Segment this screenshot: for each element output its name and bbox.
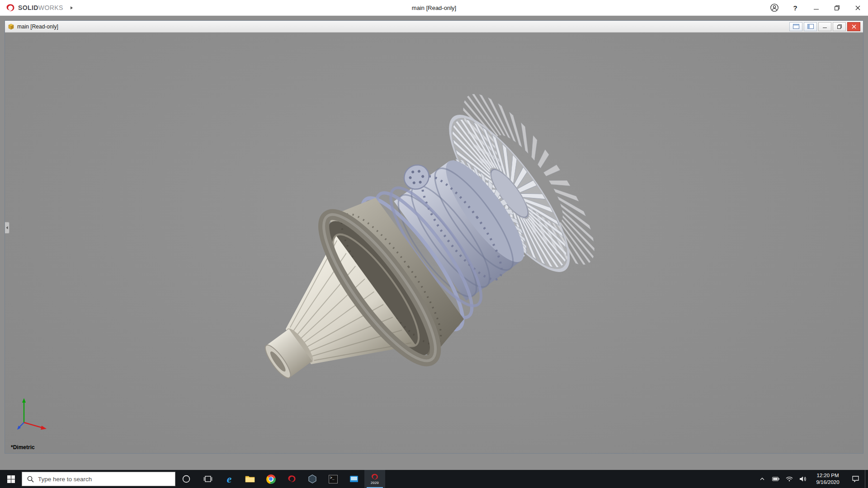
solidworks-app-glyph	[371, 473, 378, 481]
doc-restore-icon	[837, 24, 842, 29]
help-button[interactable]: ?	[785, 0, 806, 15]
close-button[interactable]	[847, 0, 868, 15]
doc-minimize-button[interactable]	[818, 22, 831, 31]
account-button[interactable]	[764, 0, 785, 15]
workspace-background: main [Read-only]	[0, 16, 868, 470]
battery-icon	[772, 477, 780, 481]
battery-button[interactable]	[769, 470, 783, 488]
tray-chevron-button[interactable]	[755, 470, 769, 488]
chrome-icon	[266, 474, 276, 484]
pane-split-icon	[793, 24, 799, 29]
doc-restore-button[interactable]	[833, 22, 846, 31]
app-titlebar: SOLIDWORKS main [Read-only] ?	[0, 0, 868, 16]
brand-bold: SOLID	[18, 4, 38, 11]
orientation-triad	[17, 396, 53, 435]
featuremanager-collapse-tab[interactable]	[5, 222, 9, 234]
restore-button[interactable]	[826, 0, 847, 15]
doc-close-icon	[852, 24, 856, 29]
network-wifi-icon	[786, 476, 793, 482]
flyout-arrow-icon	[70, 6, 73, 10]
account-icon	[770, 3, 779, 12]
blue-window-app-icon	[349, 474, 359, 483]
app-button-solidworks[interactable]: 2020	[364, 470, 385, 488]
screen: SOLIDWORKS main [Read-only] ?	[0, 0, 868, 488]
doc-minimize-icon	[823, 28, 827, 28]
x-axis	[24, 422, 47, 430]
menu-flyout-arrow[interactable]	[68, 0, 76, 15]
pane-side-icon	[807, 24, 814, 29]
document-window-controls	[789, 22, 862, 31]
app-title: main [Read-only]	[412, 0, 456, 15]
document-titlebar[interactable]: main [Read-only]	[5, 21, 863, 33]
network-button[interactable]	[783, 470, 796, 488]
chevron-up-icon	[760, 477, 765, 481]
app-button-file-explorer[interactable]	[240, 470, 260, 488]
system-tray: 12:20 PM 9/16/2020	[755, 470, 868, 488]
view-orientation-label: *Dimetric	[11, 444, 35, 450]
window-controls: ?	[764, 0, 868, 15]
cortana-icon	[182, 475, 190, 483]
close-icon	[855, 5, 860, 10]
app-button-hexagon[interactable]	[302, 470, 323, 488]
taskbar-clock[interactable]: 12:20 PM 9/16/2020	[810, 470, 846, 488]
windows-logo-icon	[7, 475, 15, 483]
document-window: main [Read-only]	[5, 20, 863, 454]
notification-icon	[852, 475, 859, 483]
document-title: main [Read-only]	[17, 23, 58, 30]
taskbar-search[interactable]	[22, 472, 175, 486]
search-input[interactable]	[38, 476, 170, 483]
clock-time: 12:20 PM	[816, 472, 839, 479]
solidworks-year-badge: 2020	[371, 481, 379, 485]
doc-close-button[interactable]	[847, 22, 860, 31]
volume-button[interactable]	[796, 470, 810, 488]
app-button-red-swirl[interactable]	[281, 470, 302, 488]
app-button-blue-window[interactable]	[344, 470, 364, 488]
volume-icon	[799, 476, 807, 482]
brand-light: WORKS	[38, 4, 63, 11]
app-button-cmd[interactable]: >_	[323, 470, 344, 488]
z-axis	[17, 422, 24, 430]
clock-date: 9/16/2020	[816, 479, 839, 486]
solidworks-logo-icon	[5, 3, 15, 13]
hexagon-app-icon	[308, 474, 317, 483]
taskbar: e >_	[0, 470, 868, 488]
app-button-chrome[interactable]	[260, 470, 281, 488]
start-button[interactable]	[0, 470, 22, 488]
cortana-button[interactable]	[175, 470, 197, 488]
show-desktop-button[interactable]	[865, 470, 868, 488]
edge-icon: e	[227, 474, 232, 484]
search-icon	[27, 476, 34, 483]
task-view-button[interactable]	[197, 470, 219, 488]
red-swirl-icon	[287, 474, 296, 483]
command-prompt-icon: >_	[329, 475, 338, 483]
minimize-icon	[814, 9, 819, 9]
collapse-arrow-icon	[6, 226, 8, 230]
restore-icon	[835, 5, 840, 10]
viewport-3d[interactable]: *Dimetric	[5, 33, 863, 453]
solidworks-logo[interactable]: SOLIDWORKS	[0, 0, 68, 15]
minimize-button[interactable]	[806, 0, 826, 15]
solidworks-taskbar-icon: 2020	[371, 473, 379, 485]
brand-text: SOLIDWORKS	[18, 4, 63, 11]
pane-toggle-button-1[interactable]	[789, 22, 802, 31]
action-center-button[interactable]	[846, 470, 865, 488]
task-view-icon	[203, 475, 212, 483]
jet-engine-model	[5, 33, 863, 453]
help-icon: ?	[793, 4, 797, 12]
y-axis	[22, 398, 26, 422]
file-explorer-icon	[245, 475, 255, 483]
assembly-doc-icon	[8, 23, 14, 30]
app-button-edge[interactable]: e	[219, 470, 240, 488]
pane-toggle-button-2[interactable]	[804, 22, 817, 31]
